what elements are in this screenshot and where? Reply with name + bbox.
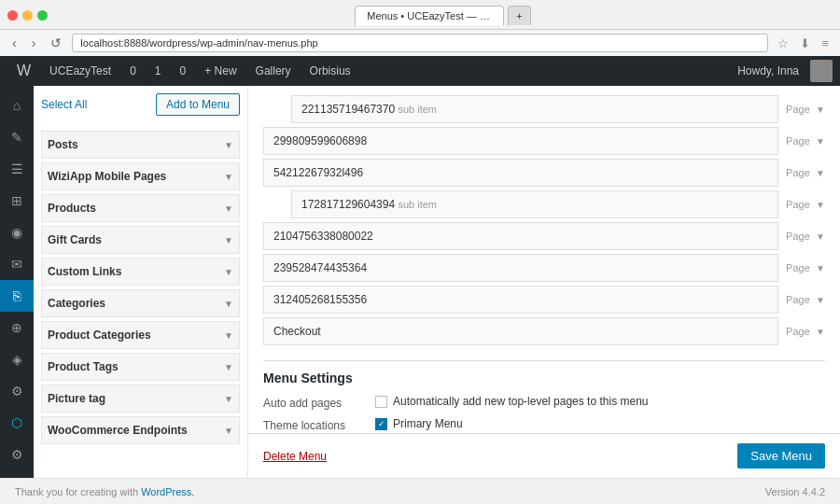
active-tab[interactable]: Menus • UCEazyTest — W… [355,6,504,25]
section-posts-arrow: ▼ [224,140,233,150]
adminbar-site-name[interactable]: UCEazyTest [40,56,120,86]
menu-item-arrow-8[interactable]: ▼ [816,327,825,337]
menu-item-arrow-5[interactable]: ▼ [816,231,825,242]
adminbar-orbisius[interactable]: Orbisius [301,56,360,86]
section-posts: Posts ▼ [41,131,240,159]
primary-menu-checkbox[interactable]: ✓ [375,418,387,430]
section-giftcards-label: Gift Cards [48,233,102,246]
section-producttags-header[interactable]: Product Tags ▼ [41,353,240,381]
section-products-arrow: ▼ [224,203,233,214]
version-text: Version 4.4.2 [765,486,825,497]
menu-item-box-2[interactable]: 299809599606898 [263,127,778,155]
auto-add-checkbox[interactable] [375,396,387,408]
menu-item-box-4[interactable]: 172817129604394 sub item [291,190,778,218]
refresh-button[interactable]: ↺ [46,34,66,52]
sidebar-icon-settings[interactable]: ⚙ [0,439,34,470]
menu-item-type-1: Page [786,104,814,115]
section-customlinks-header[interactable]: Custom Links ▼ [41,258,240,286]
menu-item-row-6: 239528474435364 Page ▼ [263,254,825,282]
section-giftcards-header[interactable]: Gift Cards ▼ [41,226,240,254]
menu-item-arrow-4[interactable]: ▼ [816,200,825,210]
section-producttags-label: Product Tags [48,360,119,373]
wp-logo[interactable]: W [7,63,40,79]
section-producttags: Product Tags ▼ [41,353,240,381]
sidebar-icon-feedback[interactable]: ✉ [0,248,34,280]
menu-item-type-2: Page [786,135,814,147]
adminbar-new[interactable]: + New [195,56,245,86]
menu-item-box-7[interactable]: 312405268155356 [263,286,778,314]
section-wooendpoints: WooCommerce Endpoints ▼ [41,416,240,444]
section-productcats-header[interactable]: Product Categories ▼ [41,321,240,349]
section-picturetag-header[interactable]: Picture tag ▼ [41,385,240,413]
section-categories-arrow: ▼ [224,299,233,309]
sidebar-icon-appearance[interactable]: ⎘ [0,280,34,312]
adminbar-gallery[interactable]: Gallery [246,56,301,86]
sidebar-icon-woo[interactable]: ⬡ [0,407,34,439]
settings-auto-add-row: Auto add pages Automatically add new top… [263,395,825,410]
close-dot[interactable] [7,10,18,21]
section-products-header[interactable]: Products ▼ [41,194,240,222]
bookmark-icon[interactable]: ☆ [774,35,792,52]
save-menu-button[interactable]: Save Menu [737,443,825,469]
menu-item-row-3: 54212267932l496 Page ▼ [263,159,825,187]
select-all-link[interactable]: Select All [41,98,87,111]
section-posts-header[interactable]: Posts ▼ [41,131,240,159]
menu-item-box-5[interactable]: 2104756338080022 [263,222,778,250]
section-products: Products ▼ [41,194,240,222]
menu-item-box-3[interactable]: 54212267932l496 [263,159,778,187]
section-products-label: Products [48,202,96,215]
menu-item-arrow-2[interactable]: ▼ [816,136,825,147]
section-wooendpoints-header[interactable]: WooCommerce Endpoints ▼ [41,416,240,444]
settings-auto-add-value: Automatically add new top-level pages to… [375,395,649,408]
right-panel: 221135719467370 sub item Page ▼ 29980959… [248,86,840,433]
menu-item-type-5: Page [786,231,814,242]
adminbar-comments[interactable]: 0 [120,56,146,86]
section-wiziapp-header[interactable]: WiziApp Mobile Pages ▼ [41,162,240,190]
menu-item-box-6[interactable]: 239528474435364 [263,254,778,282]
settings-theme-locations-label: Theme locations [263,417,375,432]
minimize-dot[interactable] [22,10,33,21]
menu-settings-title: Menu Settings [263,371,825,385]
menu-item-row-4: 172817129604394 sub item Page ▼ [263,190,825,218]
sidebar-icon-tools[interactable]: ⚙ [0,375,34,407]
sidebar-icon-dashboard[interactable]: ⌂ [0,90,34,121]
wp-page-footer: Thank you for creating with WordPress. V… [0,478,840,504]
sidebar-icon-media[interactable]: ☰ [0,153,34,185]
section-posts-label: Posts [48,138,78,151]
wordpress-link[interactable]: WordPress. [141,486,194,497]
sidebar-icon-pages[interactable]: ⊞ [0,185,34,217]
menu-item-type-8: Page [786,326,814,337]
delete-menu-link[interactable]: Delete Menu [263,450,327,463]
menu-item-box-8[interactable]: Checkout [263,317,778,345]
section-categories-header[interactable]: Categories ▼ [41,289,240,317]
new-tab[interactable]: + [508,6,530,25]
section-giftcards: Gift Cards ▼ [41,226,240,254]
section-productcats-label: Product Categories [48,329,151,342]
sidebar-icon-posts[interactable]: ✎ [0,121,34,153]
primary-menu-label: Primary Menu [393,417,463,430]
menu-item-arrow-7[interactable]: ▼ [816,295,825,305]
back-button[interactable]: ‹ [7,34,21,52]
menu-item-row-2: 299809599606898 Page ▼ [263,127,825,155]
menu-item-arrow-1[interactable]: ▼ [816,105,825,115]
menu-item-arrow-6[interactable]: ▼ [816,263,825,273]
add-to-menu-button[interactable]: Add to Menu [156,93,240,116]
adminbar-orders[interactable]: 0 [171,56,196,86]
sidebar-icon-users[interactable]: ◈ [0,343,34,375]
menu-icon[interactable]: ≡ [818,35,833,52]
download-icon[interactable]: ⬇ [796,35,814,52]
forward-button[interactable]: › [27,34,41,52]
browser-toolbar: ‹ › ↺ ☆ ⬇ ≡ [0,29,840,56]
avatar[interactable] [810,60,833,82]
settings-theme-locations-value: ✓ Primary Menu [375,417,463,430]
maximize-dot[interactable] [37,10,48,21]
menu-item-type-4: Page [786,199,814,210]
sidebar-icon-plugins[interactable]: ⊕ [0,312,34,343]
wp-sidebar: ⌂ ✎ ☰ ⊞ ◉ ✉ ⎘ ⊕ ◈ ⚙ ⬡ ⚙ [0,86,34,478]
address-bar[interactable] [72,34,768,52]
settings-auto-add-label: Auto add pages [263,395,375,410]
menu-item-arrow-3[interactable]: ▼ [816,168,825,178]
sidebar-icon-comments[interactable]: ◉ [0,217,34,248]
menu-item-box-1[interactable]: 221135719467370 sub item [291,95,778,123]
adminbar-updates[interactable]: 1 [146,56,171,86]
